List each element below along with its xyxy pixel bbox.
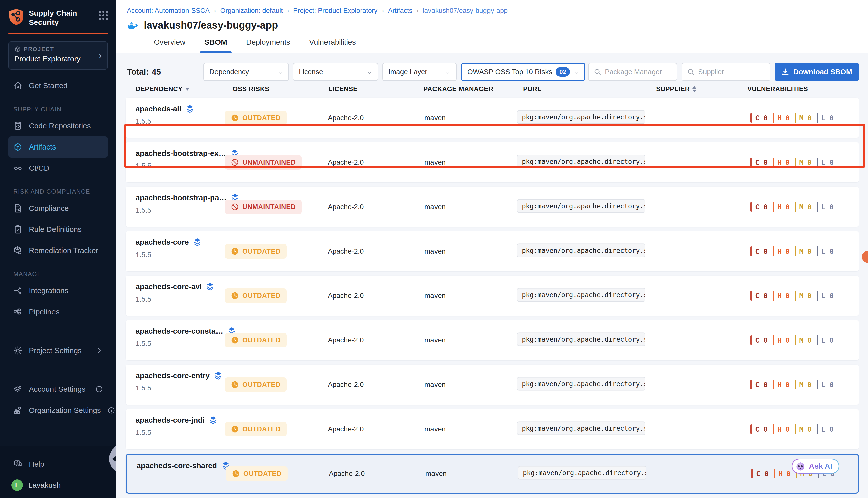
sidebar-item-cicd[interactable]: CI/CD — [8, 158, 108, 179]
package-manager-search-input[interactable] — [605, 68, 671, 76]
tab-deployments[interactable]: Deployments — [237, 38, 299, 53]
vuln-count-h: H 0 — [773, 247, 790, 256]
help-button[interactable]: Help — [8, 455, 108, 473]
vuln-count-m: M 0 — [794, 336, 812, 345]
oss-risk-label: OUTDATED — [242, 114, 281, 122]
package-manager-cell: maven — [425, 336, 445, 344]
license-filter-dropdown[interactable]: License⌄ — [293, 63, 378, 81]
sidebar-item-get-started[interactable]: Get Started — [8, 75, 108, 96]
package-manager-cell: maven — [425, 425, 445, 433]
table-row[interactable]: apacheds-bootstrap-ex… 1.5.5 UNMAINTAINE… — [125, 142, 859, 182]
info-icon[interactable] — [107, 407, 115, 414]
purl-cell: pkg:maven/org.apache.directory.s… — [517, 244, 645, 259]
page-title: lavakush07/easy-buggy-app — [144, 19, 278, 31]
table-row[interactable]: apacheds-core-entry 1.5.5 OUTDATED Apach… — [125, 365, 859, 405]
owasp-risks-filter-dropdown[interactable]: OWASP OSS Top 10 Risks 02 ⌄ — [461, 63, 585, 81]
dependency-version: 1.5.5 — [136, 429, 218, 437]
chevron-down-icon: ⌄ — [277, 69, 283, 75]
dependency-filter-dropdown[interactable]: Dependency⌄ — [203, 63, 289, 81]
sidebar-item-account-settings[interactable]: Account Settings — [8, 379, 108, 400]
sort-desc-icon — [185, 88, 190, 91]
sidebar-item-rule-definitions[interactable]: Rule Definitions — [8, 219, 108, 240]
breadcrumb-organization[interactable]: Organization: default — [220, 7, 283, 15]
purl-chip[interactable]: pkg:maven/org.apache.directory.s… — [517, 155, 645, 168]
layers-gear-icon — [13, 385, 22, 394]
image-layer-filter-dropdown[interactable]: Image Layer⌄ — [382, 63, 457, 81]
purl-chip[interactable]: pkg:maven/org.apache.directory.s… — [517, 422, 645, 435]
sidebar-item-artifacts[interactable]: Artifacts — [8, 136, 108, 158]
oss-risk-label: OUTDATED — [242, 248, 281, 255]
sidebar-item-organization-settings[interactable]: Organization Settings — [8, 400, 108, 421]
purl-cell: pkg:maven/org.apache.directory.s… — [517, 110, 645, 126]
package-manager-cell: maven — [425, 292, 445, 300]
vuln-count-c: C 0 — [750, 113, 767, 122]
column-header-package-manager: PACKAGE MANAGER — [424, 85, 494, 93]
dependency-cell: apacheds-core 1.5.5 — [136, 238, 202, 259]
total-count: Total: 45 — [127, 63, 161, 81]
sidebar-item-integrations[interactable]: Integrations — [8, 280, 108, 301]
breadcrumb-project[interactable]: Project: Product Exploratory — [293, 7, 377, 15]
tab-vulnerabilities[interactable]: Vulnerabilities — [299, 38, 365, 53]
tab-overview[interactable]: Overview — [144, 38, 195, 53]
document-search-icon — [13, 204, 22, 213]
purl-chip[interactable]: pkg:maven/org.apache.directory.s… — [518, 466, 646, 480]
vuln-count-m: M 0 — [794, 202, 812, 212]
column-header-dependency[interactable]: DEPENDENCY — [136, 85, 190, 93]
search-icon — [687, 68, 695, 76]
nav-section-risk-compliance: RISK AND COMPLIANCE — [8, 188, 108, 195]
info-icon[interactable] — [95, 385, 103, 393]
nav-section-manage: MANAGE — [8, 271, 108, 278]
table-row[interactable]: apacheds-core-avl 1.5.5 OUTDATED Apache-… — [125, 276, 859, 316]
sidebar-item-code-repositories[interactable]: Code Repositories — [8, 115, 108, 136]
purl-chip[interactable]: pkg:maven/org.apache.directory.s… — [517, 288, 645, 302]
sidebar-item-pipelines[interactable]: Pipelines — [8, 301, 108, 323]
purl-chip[interactable]: pkg:maven/org.apache.directory.s… — [517, 244, 645, 257]
vuln-count-m: M 0 — [794, 424, 812, 434]
breadcrumb-artifacts[interactable]: Artifacts — [388, 7, 412, 15]
purl-chip[interactable]: pkg:maven/org.apache.directory.s… — [517, 110, 645, 124]
vuln-count-l: L 0 — [816, 202, 833, 212]
project-selector[interactable]: PROJECT Product Exploratory › — [8, 41, 108, 69]
table-row[interactable]: apacheds-bootstrap-pa… 1.5.5 UNMAINTAINE… — [125, 187, 859, 227]
breadcrumb-account[interactable]: Account: Automation-SSCA — [127, 7, 210, 15]
supplier-search-input[interactable] — [698, 68, 765, 76]
column-header-oss-risks: OSS RISKS — [232, 85, 269, 93]
vuln-count-h: H 0 — [773, 380, 790, 390]
vuln-count-h: H 0 — [773, 113, 790, 122]
app-grid-icon[interactable] — [99, 11, 108, 20]
tab-sbom[interactable]: SBOM — [195, 38, 237, 53]
user-menu[interactable]: L Lavakush — [8, 480, 108, 491]
table-row[interactable]: apacheds-core-jndi 1.5.5 OUTDATED Apache… — [125, 409, 859, 449]
app-title: Supply Chain Security — [29, 8, 82, 27]
purl-chip[interactable]: pkg:maven/org.apache.directory.s… — [517, 199, 645, 213]
license-cell: Apache-2.0 — [328, 158, 364, 166]
vuln-count-l: L 0 — [816, 291, 833, 301]
breadcrumb-current: lavakush07/easy-buggy-app — [423, 7, 508, 15]
pipelines-icon — [13, 307, 22, 316]
sidebar-item-compliance[interactable]: Compliance — [8, 198, 108, 219]
dependency-version: 1.5.5 — [136, 251, 202, 259]
help-label: Help — [29, 460, 44, 468]
license-cell: Apache-2.0 — [328, 425, 364, 433]
purl-chip[interactable]: pkg:maven/org.apache.directory.s… — [517, 377, 645, 391]
license-cell: Apache-2.0 — [329, 470, 365, 477]
dependency-name: apacheds-core-avl — [136, 283, 202, 291]
purl-chip[interactable]: pkg:maven/org.apache.directory.s… — [517, 333, 645, 346]
column-header-supplier[interactable]: SUPPLIER — [656, 85, 696, 93]
sidebar-item-remediation-tracker[interactable]: Remediation Tracker — [8, 240, 108, 261]
vuln-count-l: L 0 — [816, 113, 833, 122]
download-icon — [782, 68, 789, 76]
table-row[interactable]: apacheds-all 1.5.5 OUTDATED Apache-2.0 m… — [125, 98, 859, 138]
sort-both-icon — [692, 86, 696, 92]
sidebar-item-project-settings[interactable]: Project Settings — [8, 340, 108, 361]
oss-risk-badge: OUTDATED — [225, 288, 286, 303]
table-row[interactable]: apacheds-core-shared OUTDATED Apache-2.0… — [125, 454, 859, 494]
table-row[interactable]: apacheds-core 1.5.5 OUTDATED Apache-2.0 … — [125, 231, 859, 271]
oss-risk-badge: OUTDATED — [225, 422, 286, 436]
table-row[interactable]: apacheds-core-consta… 1.5.5 OUTDATED Apa… — [125, 320, 859, 360]
ask-ai-button[interactable]: Ask AI — [792, 459, 839, 474]
dependency-name: apacheds-core-consta… — [136, 327, 223, 336]
vuln-count-l: L 0 — [816, 380, 833, 390]
oss-risk-label: UNMAINTAINED — [242, 203, 296, 211]
download-sbom-button[interactable]: Download SBOM — [775, 63, 859, 81]
